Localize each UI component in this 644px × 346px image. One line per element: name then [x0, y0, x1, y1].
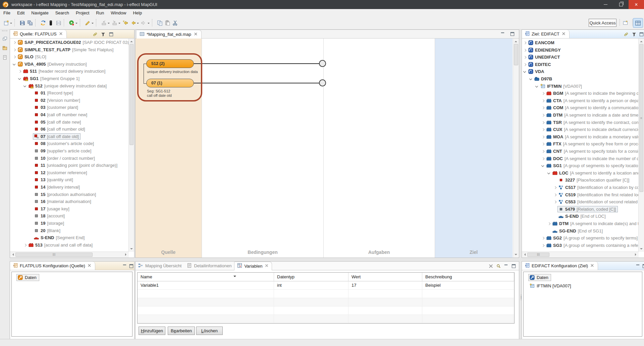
expand-icon[interactable]	[523, 63, 527, 67]
collapse-icon[interactable]	[523, 70, 527, 74]
expand-icon[interactable]	[541, 149, 545, 154]
tree-item-DOC[interactable]: DOC[A segment to indicate the number of …	[522, 155, 639, 162]
expand-icon[interactable]	[541, 128, 545, 132]
column-header-beschreibung[interactable]: Beschreibung	[422, 273, 514, 281]
delete-button[interactable]: Löschen	[196, 327, 223, 335]
tree-item-SLO[interactable]: SLO[SLO]	[10, 54, 129, 61]
tree-item-16[interactable]: 16[material authorisation]	[10, 198, 129, 205]
menu-file[interactable]: File	[0, 9, 14, 16]
tree-item-FTX[interactable]: FTX[A segment to specify free form or pr…	[522, 141, 639, 148]
tree-item-TSR[interactable]: TSR[A segment to identify the contract, …	[522, 119, 639, 126]
tree-item-VDA[interactable]: VDA	[522, 68, 639, 75]
cut-button[interactable]	[172, 19, 179, 27]
mapping-canvas[interactable]: QuelleBedingungenAufgabenZiel 512 (2) un…	[136, 39, 513, 258]
tab-detailinformationen[interactable]: Detailinformationen	[184, 262, 234, 270]
collapse-icon[interactable]	[541, 164, 545, 168]
table-row-empty[interactable]	[138, 298, 514, 306]
tree-item-C519[interactable]: C519[Identification the first related lo…	[522, 192, 639, 199]
expand-icon[interactable]	[523, 41, 527, 45]
collapse-icon[interactable]	[17, 77, 22, 81]
expand-icon[interactable]	[12, 55, 16, 59]
tree-item-SG-END[interactable]: SG-END[End of SG1]	[522, 228, 639, 235]
expand-icon[interactable]	[553, 200, 557, 204]
tree-item-SG2[interactable]: SG2[A group of segments to specify terms…	[522, 235, 639, 242]
close-icon[interactable]	[58, 31, 63, 37]
tree-item-S-END[interactable]: S-END[End of LOC]	[522, 213, 639, 220]
tree-item-CUX[interactable]: CUX[A segment to indicate default curren…	[522, 126, 639, 133]
tree-item-S-END[interactable]: S-END[Segment End]	[10, 234, 129, 241]
expand-icon[interactable]	[23, 243, 27, 248]
tree-item-07[interactable]: 07[call off date old]	[10, 133, 129, 140]
mapping-endpoint-07[interactable]	[319, 79, 326, 86]
link-editor-icon[interactable]	[623, 31, 629, 37]
expand-icon[interactable]	[523, 48, 527, 53]
new-wizard-button[interactable]	[3, 19, 13, 27]
copy-button[interactable]	[156, 19, 163, 27]
minimized-view-icon[interactable]	[1, 44, 8, 52]
window-restore-button[interactable]	[613, 0, 629, 9]
tab-flatplus-konfiguration[interactable]: FLATPLUS Konfiguration (Quelle)	[10, 262, 95, 270]
tree-item-SG1[interactable]: SG1[A group of segments to specify locat…	[522, 162, 639, 169]
menu-navigate[interactable]: Navigate	[28, 9, 52, 16]
tree-item-BGM[interactable]: BGM[A segment to indicate the beginning …	[522, 90, 639, 97]
tab-variablen[interactable]: Variablen	[234, 262, 272, 270]
expand-icon[interactable]	[541, 244, 545, 248]
dropdown-arrow-icon[interactable]	[148, 23, 150, 25]
expand-icon[interactable]	[17, 69, 22, 74]
save-all-button[interactable]	[26, 19, 34, 27]
dropdown-arrow-icon[interactable]	[108, 23, 110, 25]
tree-item-C517[interactable]: C517[Identification of a location by cod…	[522, 184, 639, 191]
device-button[interactable]	[47, 19, 54, 27]
save-button[interactable]	[19, 19, 26, 27]
tree-item-LOC[interactable]: LOC[A segment to identify a location and…	[522, 170, 639, 177]
close-icon[interactable]	[487, 263, 494, 269]
minimize-view-icon[interactable]	[634, 263, 641, 269]
link-editor-icon[interactable]	[92, 31, 98, 37]
column-header-datentyp[interactable]: Datentyp	[274, 273, 348, 281]
tree-item-20[interactable]: 20[Blank]	[10, 227, 129, 234]
horizontal-scrollbar[interactable]: III	[522, 252, 639, 258]
tree-item-SIMPLE_TEST_FLATP[interactable]: SIMPLE_TEST_FLATP[Simple Test Flatplus]	[10, 47, 129, 54]
tree-item-01[interactable]: 01[Record type]	[10, 90, 129, 97]
expand-icon[interactable]	[541, 121, 545, 125]
close-icon[interactable]	[87, 263, 92, 269]
sash-grip[interactable]: ⋮⋮	[519, 295, 523, 299]
maximize-view-icon[interactable]	[509, 31, 516, 37]
tree-item-EDITEC[interactable]: EDITEC	[522, 61, 639, 68]
tree-item-DTM[interactable]: DTM[A segment to indicate a date and tim…	[522, 112, 639, 119]
close-icon[interactable]	[264, 263, 269, 269]
tree-item-19[interactable]: 19[storage]	[10, 220, 129, 227]
tree-item-COM[interactable]: COM[A segment to identify a communicatio…	[522, 105, 639, 112]
magnifier-icon[interactable]	[495, 263, 502, 269]
tree-item-CNT[interactable]: CNT[A segment to specify totals for a co…	[522, 148, 639, 155]
collapse-icon[interactable]	[535, 84, 539, 89]
tree-item-SG1[interactable]: SG1[Segment Gruppe 1]	[10, 75, 129, 82]
menu-project[interactable]: Project	[72, 9, 93, 16]
tree-item-DTM[interactable]: DTM[A segment to indicate date(s) and ti…	[522, 220, 639, 227]
expand-icon[interactable]	[12, 41, 16, 45]
mapgui-perspective-button[interactable]	[633, 18, 643, 28]
column-header-name[interactable]: Name	[138, 273, 274, 281]
minimize-view-icon[interactable]	[502, 263, 509, 269]
maximize-view-icon[interactable]	[638, 31, 644, 37]
restore-view-icon[interactable]	[1, 35, 8, 42]
minimized-view-doc-icon[interactable]	[1, 54, 8, 61]
add-button[interactable]: Hinzufügen	[139, 327, 165, 335]
tree-item-06[interactable]: 06[call off number old]	[10, 126, 129, 133]
tree-item-09[interactable]: 09[supplier's article code]	[10, 148, 129, 155]
save-as-button[interactable]	[55, 19, 62, 27]
tree-item-15[interactable]: 15[production authorisation]	[10, 191, 129, 198]
table-row[interactable]: Variable1int17Beispiel	[138, 281, 514, 290]
vertical-scrollbar[interactable]	[128, 39, 134, 252]
tree-item-5479[interactable]: 5479[Relation, coded [C]]	[522, 206, 639, 213]
column-header-wert[interactable]: Wert	[348, 273, 422, 281]
tree-item-13[interactable]: 13[quantity unit]	[10, 177, 129, 184]
tree-item-12[interactable]: 12[customer reference]	[10, 169, 129, 177]
back-button[interactable]	[129, 19, 140, 27]
menu-help[interactable]: Help	[129, 9, 145, 16]
config-item-daten[interactable]: Daten	[16, 274, 39, 281]
menu-edit[interactable]: Edit	[14, 9, 28, 16]
open-perspective-button[interactable]	[621, 19, 629, 27]
dropdown-arrow-icon[interactable]	[92, 23, 94, 25]
paste-button[interactable]	[164, 19, 171, 27]
